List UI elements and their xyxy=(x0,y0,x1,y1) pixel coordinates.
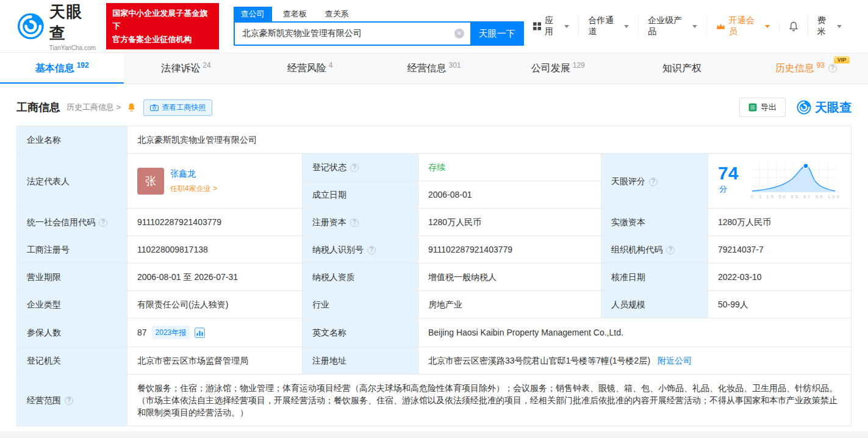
field-label-text: 经营范围 xyxy=(27,395,61,405)
help-icon[interactable] xyxy=(828,64,837,73)
tab-operation-risk[interactable]: 经营风险 4 xyxy=(248,53,372,84)
tab-legal-litigation[interactable]: 法律诉讼 24 xyxy=(124,53,248,84)
help-icon[interactable] xyxy=(666,246,675,254)
company-type-value: 有限责任公司(法人独资) xyxy=(127,291,303,318)
field-label-legal-rep: 法定代表人 xyxy=(17,154,127,209)
field-label-text: 注册资本 xyxy=(312,217,346,227)
table-row: 营业期限 2006-08-01 至 2026-07-31 纳税人资质 增值税一般… xyxy=(17,264,852,291)
help-icon[interactable] xyxy=(350,218,359,227)
field-label-taxpayer-no: 纳税人识别号 xyxy=(303,236,418,264)
tab-intellectual-property[interactable]: 知识产权 xyxy=(620,53,744,84)
tab-label: 知识产权 xyxy=(662,62,701,75)
field-label-approve-date: 核准日期 xyxy=(601,264,708,291)
top-nav: 应用 合作通道 企业级产品 开通会员 费米 xyxy=(524,15,851,37)
tab-count: 24 xyxy=(203,61,210,70)
paid-capital-value: 1280万人民币 xyxy=(708,209,852,236)
tab-label: 历史信息 xyxy=(775,62,814,75)
legal-rep-jobs-link[interactable]: 任职4家企业 > xyxy=(170,182,217,195)
nav-enterprise[interactable]: 企业级产品 xyxy=(638,15,706,37)
app-grid-icon xyxy=(533,22,541,31)
staff-size-value: 50-99人 xyxy=(708,291,852,318)
org-code-value: 79214037-7 xyxy=(708,236,852,264)
tianyancha-logo[interactable]: 天眼查 TianYanCha.com xyxy=(17,1,99,51)
search-tab-relation[interactable]: 查关系 xyxy=(318,7,356,21)
export-button[interactable]: 导出 xyxy=(739,98,786,117)
reg-no-value: 110228009817138 xyxy=(127,236,303,264)
nearby-companies-link[interactable]: 附近公司 xyxy=(658,356,692,365)
field-label-english-name: 英文名称 xyxy=(303,318,418,347)
help-icon[interactable] xyxy=(367,246,376,254)
tianyancha-logo-icon xyxy=(797,100,811,115)
tab-label: 经营信息 xyxy=(407,62,446,75)
export-sheet-icon xyxy=(748,103,757,112)
view-snapshot-button[interactable]: 查看工商快照 xyxy=(143,99,212,116)
search-input[interactable] xyxy=(234,21,470,46)
table-row: 经营范围 餐饮服务；住宿；游泳馆；物业管理；体育运动项目经营（高尔夫球场和高危险… xyxy=(17,375,852,426)
tab-count: 129 xyxy=(573,61,585,70)
field-label-reg-no: 工商注册号 xyxy=(17,236,127,264)
legal-rep-name-link[interactable]: 张鑫龙 xyxy=(170,167,217,179)
annual-report-link[interactable]: 2023年报 xyxy=(152,326,190,339)
reg-capital-value: 1280万人民币 xyxy=(418,209,601,236)
annual-report-chart-icon[interactable] xyxy=(195,328,205,338)
nav-partner-label: 合作通道 xyxy=(588,15,620,37)
crown-icon xyxy=(716,23,725,31)
search-tab-boss[interactable]: 查老板 xyxy=(276,7,314,21)
tab-business-info[interactable]: 经营信息 301 xyxy=(372,53,496,84)
field-label-insured: 参保人数 xyxy=(17,318,127,347)
field-label-establish-date: 成立日期 xyxy=(303,181,418,209)
subscribe-bell-icon[interactable] xyxy=(127,102,136,112)
chevron-down-icon xyxy=(624,25,629,28)
nav-user-account[interactable]: 费米 xyxy=(808,15,851,37)
help-icon[interactable] xyxy=(99,218,107,227)
tab-label: 基本信息 xyxy=(35,62,74,75)
tab-company-development[interactable]: 公司发展 129 xyxy=(496,53,620,84)
help-icon[interactable] xyxy=(65,397,73,405)
nav-partner[interactable]: 合作通道 xyxy=(578,15,638,37)
help-icon[interactable] xyxy=(350,163,359,172)
tianyancha-logo-icon xyxy=(17,12,45,40)
nav-vip-upgrade[interactable]: 开通会员 xyxy=(706,15,779,37)
chevron-down-icon xyxy=(692,25,697,28)
field-label-scope: 经营范围 xyxy=(17,375,127,426)
header: 天眼查 TianYanCha.com 国家中小企业发展子基金旗下 官方备案企业征… xyxy=(0,0,868,52)
search-button[interactable]: 天眼一下 xyxy=(470,21,524,46)
clear-search-icon[interactable] xyxy=(454,29,464,38)
table-row: 法定代表人 张 张鑫龙 任职4家企业 > 登记状态 存续 天眼评分 xyxy=(17,154,852,181)
tab-label: 公司发展 xyxy=(531,62,570,75)
field-label-credit-code: 统一社会信用代码 xyxy=(17,209,127,236)
table-row: 企业名称 北京豪斯凯宾物业管理有限公司 xyxy=(17,126,852,154)
reg-status-value: 存续 xyxy=(418,154,601,181)
logo-title: 天眼查 xyxy=(49,1,99,44)
bell-icon xyxy=(789,21,798,32)
business-term-value: 2006-08-01 至 2026-07-31 xyxy=(127,264,303,291)
reg-authority-value: 北京市密云区市场监督管理局 xyxy=(127,347,303,375)
next-section-divider xyxy=(0,431,868,438)
field-label-text: 统一社会信用代码 xyxy=(27,217,95,227)
nav-notifications[interactable] xyxy=(779,21,808,32)
history-registration-link[interactable]: 历史工商信息 > xyxy=(66,102,121,113)
business-info-table: 企业名称 北京豪斯凯宾物业管理有限公司 法定代表人 张 张鑫龙 任职4家企业 >… xyxy=(16,126,852,426)
tab-count: 4 xyxy=(329,61,333,70)
tab-basic-info[interactable]: 基本信息 192 xyxy=(0,53,124,84)
logo-subtitle: TianYanCha.com xyxy=(49,45,99,51)
field-label-reg-authority: 登记机关 xyxy=(17,347,127,375)
legal-rep-avatar[interactable]: 张 xyxy=(137,168,164,195)
field-label-org-code: 组织机构代码 xyxy=(601,236,708,264)
search-tab-company[interactable]: 查公司 xyxy=(234,7,272,21)
table-row: 企业类型 有限责任公司(法人独资) 行业 房地产业 人员规模 50-99人 xyxy=(17,291,852,318)
field-label-text: 登记状态 xyxy=(312,162,346,172)
establish-date-value: 2006-08-01 xyxy=(418,181,601,209)
field-label-reg-capital: 注册资本 xyxy=(303,209,418,236)
help-icon[interactable] xyxy=(649,178,658,186)
tab-history-info[interactable]: VIP 历史信息 93 xyxy=(744,53,868,84)
industry-value: 房地产业 xyxy=(418,291,601,318)
business-scope-value: 餐饮服务；住宿；游泳馆；物业管理；体育运动项目经营（高尔夫球场和高危险性体育项目… xyxy=(127,375,852,426)
chevron-down-icon xyxy=(564,25,569,28)
field-label-company-name: 企业名称 xyxy=(17,126,127,154)
field-label-paid-capital: 实缴资本 xyxy=(601,209,708,236)
score-distribution-chart: 0 3 15 50 85 97 99 100 xyxy=(751,162,841,200)
taxpayer-no-value: 911102287921403779 xyxy=(418,236,601,264)
table-row: 参保人数 87 2023年报 英文名称 Beijing xyxy=(17,318,852,347)
nav-apps[interactable]: 应用 xyxy=(524,15,578,37)
